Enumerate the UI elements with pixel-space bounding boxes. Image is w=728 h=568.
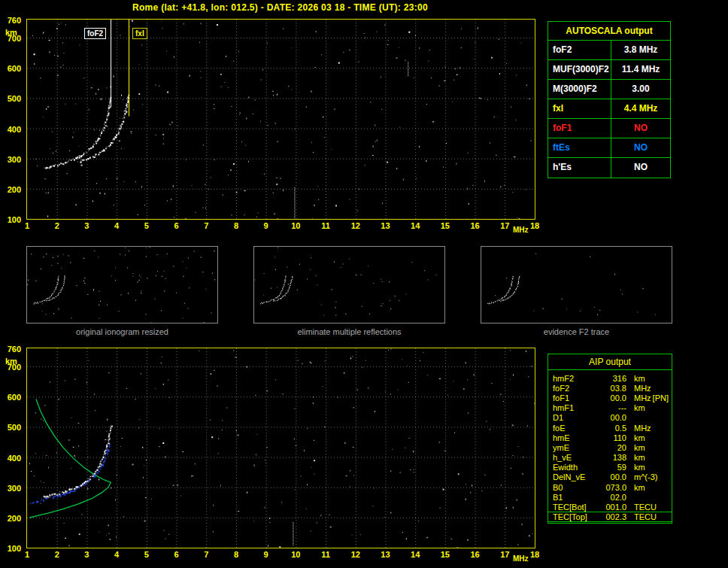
aip-param-value: 0.5 [599,424,626,433]
x-axis-tick-label: 16 [470,550,479,559]
y-axis-tick-label: 100 [8,544,21,553]
ionogram-plot-top: foF2 fxI [26,19,535,220]
panel-caption-reflections: eliminate multiple reflections [253,327,445,336]
aip-row: Ewidth59km [548,463,672,472]
aip-param-unit: km [634,453,645,462]
autoscala-param-value: 3.8 MHz [611,41,670,59]
autoscala-row: foF23.8 MHz [548,41,670,60]
x-axis-tick-label: 2 [55,221,59,230]
x-axis-tick-label: 1 [25,550,29,559]
plot-bottom-y-axis: 760700600500400300200100 [0,348,23,552]
x-axis-tick-label: 13 [381,221,390,230]
autoscala-row: h'EsNO [548,158,670,178]
aip-param-name: hmE [553,433,599,442]
y-axis-tick-label: 100 [8,215,21,224]
aip-param-name: B1 [553,493,599,502]
x-axis-tick-label: 16 [470,221,479,230]
x-axis-tick-label: 15 [441,550,450,559]
aip-row: foF203.8MHz [548,383,672,393]
plot-top-mhz-unit-label: MHz [513,226,529,234]
x-axis-tick-label: 11 [321,221,330,230]
x-axis-tick-label: 8 [234,550,238,559]
plot-bottom-x-axis: 123456789101112131415161718 [27,550,538,560]
x-axis-tick-label: 6 [174,221,178,230]
aip-row: hmE110km [548,433,672,442]
aip-param-value: 001.0 [599,503,626,512]
aip-param-value: 00.0 [599,413,626,422]
page-title: Rome (lat: +41.8, lon: 012.5) - DATE: 20… [26,2,534,13]
aip-param-name: Ewidth [553,463,599,472]
aip-row: TEC[Top]002.3TECU [548,512,672,522]
aip-row: ymE20km [548,442,672,452]
y-axis-tick-label: 300 [8,155,21,164]
aip-row: TEC[Bot]001.0TECU [548,502,672,512]
autoscala-table-header: AUTOSCALA output [548,22,670,41]
ionogram-canvas-top [27,20,535,219]
aip-table-header: AIP output [548,354,672,370]
aip-param-name: DelN_vE [553,472,599,481]
y-axis-tick-label: 400 [8,125,21,134]
panel-eliminate-reflections [253,246,445,323]
aip-row: D100.0 [548,413,672,423]
y-axis-tick-label: 200 [8,514,21,523]
x-axis-tick-label: 3 [84,550,89,559]
autoscala-param-value: NO [611,138,670,157]
aip-row: DelN_vE00.0m^(-3) [548,472,672,482]
aip-output-table: AIP output hmF2316kmfoF203.8MHzfoF100.0M… [548,354,672,524]
aip-row: foE0.5MHz [548,423,672,433]
autoscala-param-name: foF2 [548,41,611,59]
aip-param-value: 00.0 [599,393,626,402]
aip-param-name: foE [553,424,599,433]
aip-param-name: foF2 [553,384,599,393]
x-axis-tick-label: 2 [55,550,59,559]
aip-param-name: hmF1 [553,403,599,412]
aip-param-name: TEC[Bot] [553,503,599,512]
aip-param-name: D1 [553,413,599,422]
aip-param-name: TEC[Top] [553,512,599,521]
x-axis-tick-label: 8 [234,221,238,230]
autoscala-param-value: 3.00 [611,80,670,99]
x-axis-tick-label: 11 [321,550,330,559]
x-axis-tick-label: 5 [144,221,149,230]
ionogram-plot-bottom [26,348,535,548]
aip-param-value: 59 [599,463,626,472]
x-axis-tick-label: 10 [291,550,300,559]
x-axis-tick-label: 14 [411,550,420,559]
x-axis-tick-label: 12 [351,550,360,559]
aip-param-value: 00.0 [599,472,626,481]
plot-top-km-unit-label: km [5,28,17,37]
x-axis-tick-label: 4 [114,550,119,559]
aip-row: hmF2316km [548,373,672,383]
aip-row: foF100.0MHz[PN] [548,393,672,402]
x-axis-tick-label: 3 [84,221,89,230]
aip-param-unit: km [634,463,645,472]
panel-evidence-f2-trace [481,246,672,323]
aip-row: h_vE138km [548,453,672,463]
aip-param-unit: km [634,443,645,452]
aip-param-value: 316 [599,374,626,383]
x-axis-tick-label: 18 [530,550,539,559]
aip-param-unit: TECU [634,512,657,521]
x-axis-tick-label: 10 [291,221,300,230]
autoscala-param-value: 11.4 MHz [611,60,670,79]
aip-row: hmF1---km [548,403,672,413]
y-axis-tick-label: 760 [8,16,21,25]
aip-param-unit: MHz [634,424,651,433]
x-axis-tick-label: 1 [25,221,29,230]
aip-param-unit: TECU [634,503,657,512]
autoscala-param-value: 4.4 MHz [611,99,670,118]
autoscala-row: MUF(3000)F211.4 MHz [548,60,670,80]
x-axis-tick-label: 17 [500,550,509,559]
aip-param-name: hmF2 [553,374,599,383]
fof2-marker-label: foF2 [84,28,106,39]
autoscala-param-name: h'Es [548,158,611,178]
y-axis-tick-label: 600 [8,64,21,73]
aip-param-unit: MHz [634,393,651,402]
autoscala-param-value: NO [611,158,670,178]
plot-bottom-km-unit-label: km [5,357,17,366]
aip-param-value: 20 [599,443,626,452]
x-axis-tick-label: 9 [264,221,268,230]
aip-param-value: 002.3 [599,512,626,521]
autoscala-param-value: NO [611,119,670,138]
aip-param-name: foF1 [553,393,599,402]
